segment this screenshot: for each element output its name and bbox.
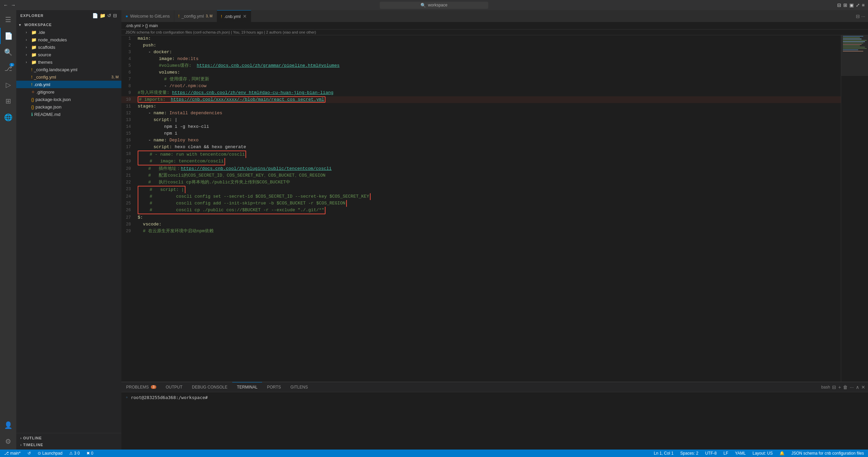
- outline-section[interactable]: › OUTLINE: [16, 435, 121, 441]
- sidebar-item-ide[interactable]: › 📁 .ide: [16, 28, 121, 36]
- status-branch[interactable]: ⎇ main*: [3, 450, 22, 457]
- split-terminal-icon[interactable]: ⊟: [832, 384, 836, 390]
- status-sync[interactable]: ↺: [26, 450, 32, 457]
- split-editor-icon[interactable]: ⊟: [856, 14, 860, 19]
- sidebar-bottom: › OUTLINE › TIMELINE: [16, 433, 121, 450]
- search-bar[interactable]: 🔍 workspace: [380, 2, 488, 9]
- status-language[interactable]: YAML: [734, 451, 747, 456]
- activity-extensions[interactable]: ⊞: [0, 93, 16, 109]
- panel-tab-output[interactable]: OUTPUT: [161, 382, 187, 392]
- code-line-8: 8 - /root/.npm:cow: [121, 83, 841, 90]
- timeline-section[interactable]: › TIMELINE: [16, 441, 121, 448]
- more-terminal-icon[interactable]: ···: [850, 384, 854, 390]
- split-icon[interactable]: ⊞: [843, 2, 847, 8]
- more-tabs-icon[interactable]: ···: [861, 14, 865, 19]
- sidebar-item-gitignore[interactable]: ✧ .gitignore: [16, 88, 121, 96]
- status-encoding[interactable]: UTF-8: [704, 451, 718, 456]
- activity-account[interactable]: 👤: [0, 417, 16, 433]
- code-line-23: 23 # script: |: [121, 186, 841, 193]
- sidebar-item-config-landscape[interactable]: ! _config.landscape.yml: [16, 66, 121, 73]
- line-num-23: 23: [121, 186, 136, 193]
- status-schema[interactable]: JSON schema for cnb configuration files: [790, 451, 865, 456]
- trash-terminal-icon[interactable]: 🗑: [843, 384, 848, 390]
- sidebar-item-package-lock[interactable]: {} package-lock.json: [16, 96, 121, 103]
- panel-tab-gitlens[interactable]: GITLENS: [286, 382, 313, 392]
- code-line-12: 12 - name: Install dependencies: [121, 110, 841, 117]
- welcome-tab-label: Welcome to GitLens: [130, 14, 170, 19]
- status-errors[interactable]: ✖ 0: [85, 450, 95, 457]
- panel-tab-problems[interactable]: PROBLEMS 3: [121, 382, 161, 392]
- activity-remote[interactable]: 🌐: [0, 109, 16, 125]
- sidebar-item-themes[interactable]: › 📁 themes: [16, 58, 121, 66]
- tab-welcome[interactable]: ● Welcome to GitLens: [121, 10, 174, 22]
- panel-tab-ports[interactable]: PORTS: [262, 382, 285, 392]
- fullscreen-icon[interactable]: ⤢: [856, 2, 860, 8]
- line-content-10: # imports: https://cnb.cool/xxx/xxxx/-/b…: [136, 96, 841, 103]
- tab-cnb-yml[interactable]: ! .cnb.yml ✕: [217, 10, 251, 22]
- add-terminal-icon[interactable]: +: [838, 384, 841, 390]
- svg-rect-0: [841, 35, 868, 382]
- line-content-29: # 在云原生开发环境中启动npm依赖: [136, 228, 841, 235]
- back-button[interactable]: ←: [3, 2, 8, 8]
- status-bell[interactable]: 🔔: [778, 451, 786, 456]
- line-num-5: 5: [121, 62, 136, 69]
- activity-settings[interactable]: ⚙: [0, 433, 16, 450]
- node-modules-folder-icon: 📁: [31, 37, 37, 42]
- sidebar-item-scaffolds[interactable]: › 📁 scaffolds: [16, 43, 121, 51]
- close-panel-icon[interactable]: ✕: [861, 384, 865, 390]
- main-layout: ☰ 📄 🔍 ⎇ 1 ▷ ⊞ 🌐 👤 ⚙ EXPLORER 📄 📁 ↺ ⊟: [0, 10, 868, 450]
- editor-area: ● Welcome to GitLens ! _config.yml 3, M …: [121, 10, 868, 450]
- errors-status: ✖ 0: [86, 451, 93, 456]
- activity-menu[interactable]: ☰: [0, 12, 16, 28]
- output-label: OUTPUT: [166, 385, 182, 390]
- sidebar-item-source[interactable]: › 📁 source: [16, 51, 121, 58]
- workspace-root[interactable]: ▾ WORKSPACE: [16, 21, 121, 28]
- status-layout[interactable]: Layout: US: [751, 451, 774, 456]
- status-launchpad[interactable]: ⊙ Launchpad: [36, 450, 64, 457]
- problems-badge: 3: [151, 385, 156, 389]
- status-cursor[interactable]: Ln 1, Col 1: [652, 451, 675, 456]
- layout-icon[interactable]: ⊟: [837, 2, 841, 8]
- line-num-17: 17: [121, 144, 136, 151]
- code-editor[interactable]: 1 main: 2 push: 3 - docker: 4 image: [121, 35, 841, 382]
- line-num-6: 6: [121, 69, 136, 76]
- tab-bar-right[interactable]: ⊟ ···: [856, 10, 868, 22]
- code-line-27: 27 $:: [121, 214, 841, 221]
- cnb-yml-tab-close[interactable]: ✕: [243, 14, 247, 19]
- collapse-icon[interactable]: ⊟: [113, 13, 117, 18]
- line-num-8: 8: [121, 83, 136, 90]
- sidebar-item-node-modules[interactable]: › 📁 node_modules: [16, 36, 121, 43]
- panel-tab-terminal[interactable]: TERMINAL: [232, 382, 262, 392]
- menu-icon[interactable]: ≡: [862, 2, 865, 8]
- activity-files[interactable]: 📄: [0, 28, 16, 44]
- sidebar-item-readme[interactable]: ℹ README.md: [16, 111, 121, 118]
- chevron-up-icon[interactable]: ∧: [856, 384, 859, 390]
- sidebar-item-cnb-yml[interactable]: ! .cnb.yml: [16, 81, 121, 88]
- search-text: workspace: [428, 3, 447, 7]
- sidebar-item-config-yml[interactable]: ! _config.yml 3, M: [16, 73, 121, 81]
- branch-name: main*: [10, 451, 21, 456]
- status-problems[interactable]: ⚠ 3 0: [68, 450, 81, 457]
- line-content-26: # coscli cp ./public cos://$BUCKET -r --…: [136, 207, 841, 214]
- activity-search[interactable]: 🔍: [0, 44, 16, 60]
- status-spaces[interactable]: Spaces: 2: [679, 451, 699, 456]
- activity-debug[interactable]: ▷: [0, 77, 16, 93]
- nav-buttons[interactable]: ← →: [3, 2, 16, 8]
- panel-content[interactable]: ◦ root@283255d6a368:/workspace#: [121, 392, 868, 450]
- line-num-11: 11: [121, 103, 136, 110]
- activity-bar-bottom: 👤 ⚙: [0, 417, 16, 450]
- activity-git[interactable]: ⎇ 1: [0, 60, 16, 77]
- line-num-27: 27: [121, 214, 136, 221]
- layout2-icon[interactable]: ▣: [849, 2, 854, 8]
- panel-toolbar[interactable]: bash ⊟ + 🗑 ··· ∧ ✕: [821, 384, 868, 390]
- sidebar-header-icons[interactable]: 📄 📁 ↺ ⊟: [92, 13, 117, 18]
- new-folder-icon[interactable]: 📁: [100, 13, 106, 18]
- refresh-icon[interactable]: ↺: [107, 13, 112, 18]
- sidebar-item-package-json[interactable]: {} package.json: [16, 103, 121, 111]
- new-file-icon[interactable]: 📄: [92, 13, 98, 18]
- tab-config-yml[interactable]: ! _config.yml 3, M: [174, 10, 217, 22]
- status-eol[interactable]: LF: [722, 451, 730, 456]
- titlebar: ← → 🔍 workspace ⊟ ⊞ ▣ ⤢ ≡: [0, 0, 868, 10]
- forward-button[interactable]: →: [11, 2, 16, 8]
- panel-tab-debug[interactable]: DEBUG CONSOLE: [187, 382, 232, 392]
